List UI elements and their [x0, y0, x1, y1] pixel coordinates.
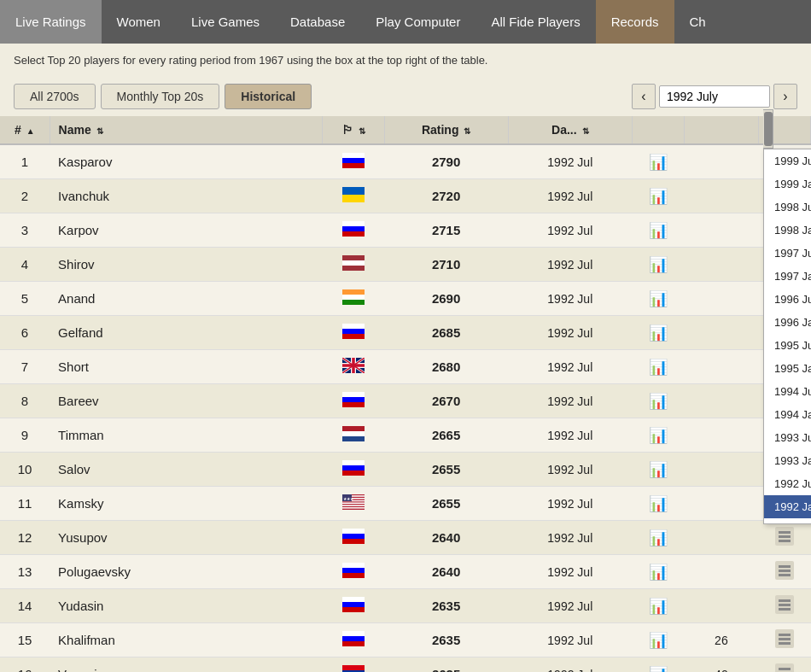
- dropdown-item[interactable]: 1995 July: [764, 334, 811, 357]
- dropdown-item[interactable]: 1993 January: [764, 449, 811, 472]
- tab-historical[interactable]: Historical: [225, 84, 312, 109]
- col-date[interactable]: Da... ⇅: [508, 116, 632, 144]
- chart-cell[interactable]: 📊: [632, 555, 684, 589]
- dropdown-item[interactable]: 1992 July: [764, 472, 811, 495]
- chart-cell[interactable]: 📊: [632, 521, 684, 555]
- dropdown-item[interactable]: 1993 July: [764, 426, 811, 449]
- chart-cell[interactable]: 📊: [632, 487, 684, 521]
- chart-cell[interactable]: 📊: [632, 316, 684, 350]
- name-cell[interactable]: Karpov: [50, 213, 322, 248]
- flag-cell: [322, 144, 384, 179]
- col-flag[interactable]: 🏳 ⇅: [322, 116, 384, 144]
- nav-play-computer[interactable]: Play Computer: [360, 0, 476, 44]
- rank-cell: 13: [0, 555, 50, 589]
- prev-period-button[interactable]: ‹: [632, 84, 656, 109]
- svg-rect-81: [342, 501, 365, 502]
- col-name[interactable]: Name ⇅: [50, 116, 322, 144]
- chart-cell[interactable]: 📊: [632, 350, 684, 384]
- col-rating[interactable]: Rating ⇅: [384, 116, 508, 144]
- info-bar: Select Top 20 players for every rating p…: [0, 44, 811, 77]
- nav-database[interactable]: Database: [275, 0, 360, 44]
- svg-rect-68: [342, 460, 365, 465]
- svg-rect-15: [342, 231, 365, 237]
- chart-cell[interactable]: 📊: [632, 453, 684, 487]
- dropdown-item[interactable]: 1992 January: [764, 495, 811, 518]
- dropdown-item[interactable]: 1991 July: [764, 518, 811, 524]
- name-cell[interactable]: Yudasin: [50, 589, 322, 623]
- tab-monthly-top-20s[interactable]: Monthly Top 20s: [101, 84, 220, 109]
- dropdown-item[interactable]: 1996 July: [764, 288, 811, 311]
- svg-rect-99: [779, 535, 791, 538]
- scroll-cell[interactable]: [758, 589, 810, 623]
- dropdown-item[interactable]: 1997 July: [764, 242, 811, 265]
- svg-rect-28: [342, 295, 365, 300]
- next-period-button[interactable]: ›: [773, 84, 797, 109]
- period-dropdown[interactable]: 1999 July1999 January1998 July1998 Janua…: [763, 149, 811, 524]
- tab-all-2700s[interactable]: All 2700s: [14, 84, 96, 109]
- rank-cell: 9: [0, 418, 50, 453]
- games-cell: [684, 282, 758, 316]
- dropdown-item[interactable]: 1998 January: [764, 219, 811, 242]
- table-row: 3 Karpov 2715 1992 Jul 📊: [0, 213, 811, 248]
- col-games: [684, 116, 758, 144]
- table-row: 9 Timman 2665 1992 Jul 📊: [0, 418, 811, 453]
- svg-rect-8: [342, 195, 365, 202]
- chart-cell[interactable]: 📊: [632, 589, 684, 623]
- nav-live-ratings[interactable]: Live Ratings: [0, 0, 102, 44]
- scroll-cell[interactable]: [758, 555, 810, 589]
- name-cell[interactable]: Short: [50, 350, 322, 384]
- name-cell[interactable]: Polugaevsky: [50, 555, 322, 589]
- games-cell: [684, 316, 758, 350]
- svg-text:★★★: ★★★: [343, 496, 354, 501]
- chart-cell[interactable]: 📊: [632, 623, 684, 657]
- dropdown-item[interactable]: 1996 January: [764, 311, 811, 334]
- name-cell[interactable]: Ivanchuk: [50, 179, 322, 213]
- svg-rect-29: [342, 300, 365, 305]
- date-cell: 1992 Jul: [508, 179, 632, 213]
- dropdown-item[interactable]: 1999 July: [764, 149, 811, 172]
- chart-cell[interactable]: 📊: [632, 657, 684, 673]
- name-cell[interactable]: Anand: [50, 282, 322, 316]
- nav-all-fide[interactable]: All Fide Players: [476, 0, 595, 44]
- games-cell: [684, 418, 758, 453]
- dropdown-item[interactable]: 1994 July: [764, 380, 811, 403]
- name-cell[interactable]: Shirov: [50, 248, 322, 282]
- chart-cell[interactable]: 📊: [632, 248, 684, 282]
- svg-rect-108: [342, 597, 365, 602]
- games-cell: [684, 384, 758, 418]
- chart-cell[interactable]: 📊: [632, 418, 684, 453]
- col-rank[interactable]: # ▲: [0, 116, 50, 144]
- chart-icon: 📊: [649, 188, 668, 205]
- name-cell[interactable]: Khalifman: [50, 623, 322, 657]
- nav-live-games[interactable]: Live Games: [176, 0, 275, 44]
- nav-women[interactable]: Women: [102, 0, 176, 44]
- scroll-cell[interactable]: [758, 521, 810, 555]
- scrollbar-thumb[interactable]: [764, 112, 773, 146]
- name-cell[interactable]: Vaganian: [50, 657, 322, 673]
- nav-records[interactable]: Records: [596, 0, 674, 44]
- name-cell[interactable]: Kamsky: [50, 487, 322, 521]
- name-cell[interactable]: Bareev: [50, 384, 322, 418]
- chart-cell[interactable]: 📊: [632, 384, 684, 418]
- games-cell: [684, 213, 758, 248]
- dropdown-item[interactable]: 1997 January: [764, 265, 811, 288]
- scroll-cell[interactable]: [758, 657, 810, 673]
- chart-cell[interactable]: 📊: [632, 213, 684, 248]
- name-cell[interactable]: Kasparov: [50, 144, 322, 179]
- name-cell[interactable]: Gelfand: [50, 316, 322, 350]
- scroll-cell[interactable]: [758, 623, 810, 657]
- name-cell[interactable]: Salov: [50, 453, 322, 487]
- dropdown-item[interactable]: 1999 January: [764, 172, 811, 196]
- chart-cell[interactable]: 📊: [632, 144, 684, 179]
- dropdown-item[interactable]: 1998 July: [764, 196, 811, 219]
- dropdown-item[interactable]: 1994 January: [764, 403, 811, 426]
- nav-ch[interactable]: Ch: [674, 0, 721, 44]
- svg-rect-100: [779, 540, 791, 542]
- dropdown-item[interactable]: 1995 January: [764, 357, 811, 380]
- svg-rect-36: [342, 334, 365, 339]
- chart-cell[interactable]: 📊: [632, 179, 684, 213]
- chart-cell[interactable]: 📊: [632, 282, 684, 316]
- name-cell[interactable]: Yusupov: [50, 521, 322, 555]
- period-select[interactable]: 1999 July1999 January1998 July1998 Janua…: [659, 85, 770, 108]
- name-cell[interactable]: Timman: [50, 418, 322, 453]
